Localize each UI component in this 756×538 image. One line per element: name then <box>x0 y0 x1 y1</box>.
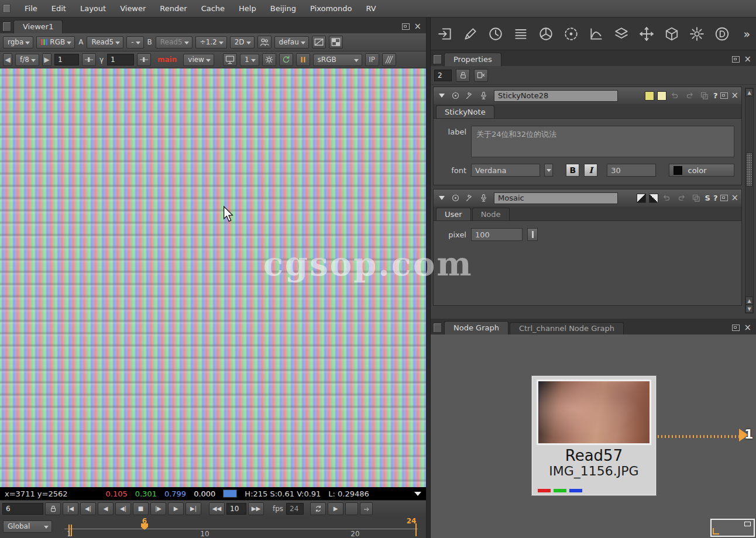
center-node-icon[interactable] <box>449 90 461 102</box>
gamma-slider-icon[interactable] <box>137 53 151 66</box>
window-grip-icon[interactable] <box>3 4 11 13</box>
keyer-node-icon[interactable] <box>586 24 606 44</box>
range-end-marker[interactable] <box>415 523 417 536</box>
draw-node-icon[interactable] <box>461 24 480 44</box>
stop-button[interactable]: ■ <box>133 502 149 515</box>
prev-keyframe-button[interactable]: ◀| <box>80 502 96 515</box>
text-color-swatch[interactable] <box>657 91 666 101</box>
menu-cache[interactable]: Cache <box>194 0 232 18</box>
transform-node-icon[interactable] <box>637 24 657 44</box>
close-panel-icon[interactable]: × <box>414 23 421 30</box>
fstop-dropdown[interactable]: f/8 <box>15 54 39 66</box>
panel-grip-icon[interactable] <box>2 22 11 32</box>
redo-icon[interactable] <box>676 192 688 204</box>
deep-node-icon[interactable] <box>712 24 732 44</box>
dimension-dropdown[interactable]: 2D <box>230 36 255 49</box>
refresh-icon[interactable] <box>279 53 293 66</box>
step-forward-button[interactable]: |▶ <box>150 502 166 515</box>
float-panel-icon[interactable] <box>732 56 740 63</box>
wrench-icon[interactable] <box>463 192 475 204</box>
float-panel-icon[interactable] <box>402 23 410 30</box>
play-backward-button[interactable]: ◀ <box>98 502 114 515</box>
redo-icon[interactable] <box>684 90 696 102</box>
menu-render[interactable]: Render <box>153 0 194 18</box>
color-button[interactable]: color <box>669 164 735 177</box>
menu-viewer[interactable]: Viewer <box>113 0 153 18</box>
frame-range-dropdown[interactable]: Global <box>3 520 52 533</box>
fps-input[interactable]: 24 <box>286 503 304 515</box>
node-graph-minimap[interactable] <box>710 519 755 537</box>
step-back-button[interactable]: ◀| <box>115 502 131 515</box>
close-panel-icon[interactable]: × <box>744 56 751 63</box>
microphone-icon[interactable] <box>477 192 489 204</box>
viewer-image-area[interactable] <box>0 68 426 487</box>
roi-main-label[interactable]: main <box>154 56 180 64</box>
panels-lock-icon[interactable] <box>456 69 470 82</box>
close-panel-icon[interactable]: × <box>744 325 751 331</box>
close-node-panel-icon[interactable]: × <box>731 195 738 201</box>
colorspace-dropdown[interactable]: sRGB <box>313 54 362 66</box>
center-node-icon[interactable] <box>449 192 461 204</box>
revert-icon[interactable] <box>690 192 702 204</box>
menu-beijing[interactable]: Beijing <box>263 0 303 18</box>
scroll-up-icon-2[interactable]: ▲ <box>745 296 753 305</box>
compare-mode-dropdown[interactable]: - <box>126 36 143 49</box>
particles-node-icon[interactable] <box>687 24 707 44</box>
a-input-dropdown[interactable]: Read5 <box>87 36 123 49</box>
scroll-down-icon[interactable]: ▼ <box>745 305 753 313</box>
time-node-icon[interactable] <box>486 24 506 44</box>
jump-forward-button[interactable]: ▶▶ <box>248 502 264 515</box>
status-options-arrow[interactable] <box>414 492 421 496</box>
flipbook-play-button[interactable]: ▶ <box>328 502 343 515</box>
font-dropdown[interactable]: Verdana <box>471 164 540 177</box>
gear-icon[interactable] <box>262 53 276 66</box>
zoom-dropdown[interactable]: ÷1.2 <box>195 36 227 49</box>
float-node-panel-icon[interactable] <box>720 92 728 99</box>
mosaic-name-input[interactable]: Mosaic <box>494 192 618 204</box>
menu-pixomondo[interactable]: Pixomondo <box>303 0 359 18</box>
tab-properties[interactable]: Properties <box>444 53 501 66</box>
monitor-number-dropdown[interactable]: 1 <box>240 54 259 66</box>
gamma-input[interactable]: 1 <box>107 54 134 65</box>
font-dropdown-arrow[interactable] <box>544 164 554 177</box>
fstop-prev-icon[interactable]: ◀ <box>3 53 12 66</box>
timeline-track[interactable]: 1 6 10 20 24 <box>59 516 420 538</box>
gain-input[interactable]: 1 <box>54 54 79 65</box>
vertical-splitter[interactable] <box>426 18 431 538</box>
pixel-input[interactable]: 100 <box>471 228 523 241</box>
wrench-icon[interactable] <box>463 90 475 102</box>
close-all-panels-icon[interactable] <box>474 69 488 82</box>
goto-end-button[interactable]: ▶| <box>185 502 201 515</box>
more-nodes-icon[interactable]: » <box>743 27 751 40</box>
viewer-connection-wire[interactable] <box>658 435 740 438</box>
help-button[interactable]: ? <box>713 194 718 202</box>
menu-edit[interactable]: Edit <box>44 0 73 18</box>
close-node-panel-icon[interactable]: × <box>731 92 738 99</box>
stickynote-name-input[interactable]: StickyNote28 <box>494 90 618 102</box>
scrollbar-thumb[interactable] <box>746 153 752 187</box>
italic-button[interactable]: I <box>584 164 597 177</box>
layer-dropdown[interactable]: rgba <box>3 36 33 49</box>
monitor-icon[interactable] <box>223 53 237 66</box>
channel-dropdown[interactable]: RGB <box>36 36 75 49</box>
menu-rv[interactable]: RV <box>359 0 383 18</box>
mask-swatch-2[interactable] <box>649 194 658 203</box>
scroll-up-icon[interactable]: ▲ <box>745 88 753 96</box>
undo-icon[interactable] <box>661 192 673 204</box>
properties-scrollbar[interactable]: ▲ ▲ ▼ <box>745 88 754 313</box>
views-icon[interactable] <box>257 36 272 49</box>
merge-node-icon[interactable] <box>611 24 631 44</box>
note-color-swatch[interactable] <box>645 91 654 101</box>
stereo-dropdown[interactable]: defau <box>274 36 309 49</box>
channel-node-icon[interactable] <box>511 24 531 44</box>
mask-swatch-1[interactable] <box>637 194 646 203</box>
revert-icon[interactable] <box>699 90 710 102</box>
tab-user[interactable]: User <box>436 208 471 220</box>
fstop-next-icon[interactable]: ▶ <box>42 53 51 66</box>
spare-button-2[interactable] <box>360 502 373 515</box>
input-process-button[interactable]: IP <box>365 53 379 66</box>
collapse-arrow-icon[interactable] <box>439 196 445 200</box>
frame-increment-input[interactable]: 10 <box>226 503 246 515</box>
threed-node-icon[interactable] <box>662 24 682 44</box>
slider-toggle-button[interactable] <box>527 228 538 241</box>
